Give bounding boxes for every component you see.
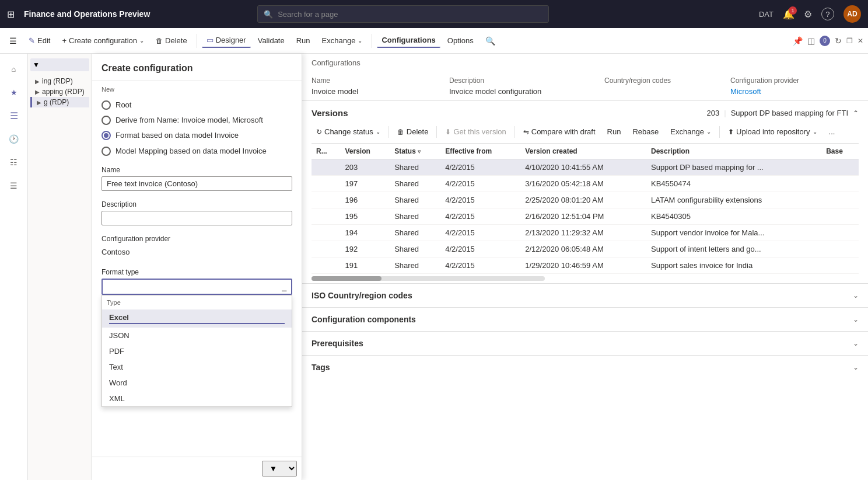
cell-created: 2/16/2020 12:51:04 PM (520, 208, 646, 225)
gear-icon[interactable]: ⚙ (804, 9, 812, 20)
dropdown-arrow-icon[interactable]: ⎯ (282, 282, 286, 291)
table-scrollbar[interactable] (312, 274, 859, 283)
help-icon[interactable]: ? (821, 8, 834, 20)
collapsible-section-3[interactable]: Tags ⌄ (302, 355, 868, 379)
dropdown-item-text-label: Text (109, 363, 123, 371)
table-row[interactable]: 192 Shared 4/2/2015 2/12/2020 06:05:48 A… (312, 241, 859, 258)
desc-col-header: Description (449, 76, 595, 85)
versions-table-scroll[interactable]: R... Version Status ▿ Effective from Ver… (312, 144, 859, 283)
search-bar[interactable]: 🔍 Search for a page (257, 5, 549, 23)
description-input[interactable] (102, 211, 292, 225)
radio-model-mapping[interactable]: Model Mapping based on data model Invoic… (102, 144, 292, 159)
edit-button[interactable]: ✎ Edit (24, 34, 55, 47)
compare-draft-button[interactable]: ⇋ Compare with draft (519, 125, 600, 138)
refresh-icon[interactable]: ↻ (835, 36, 842, 46)
validate-button[interactable]: Validate (253, 34, 289, 47)
dropdown-item-xml[interactable]: XML (102, 391, 292, 406)
table-row[interactable]: 195 Shared 4/2/2015 2/16/2020 12:51:04 P… (312, 208, 859, 225)
dropdown-item-text[interactable]: Text (102, 359, 292, 375)
configurations-tab[interactable]: Configurations (377, 33, 440, 48)
cell-status: Shared (390, 225, 440, 241)
format-type-select[interactable]: ▼ (262, 461, 297, 476)
collapsible-section-1[interactable]: Configuration components ⌄ (302, 307, 868, 331)
table-row[interactable]: 191 Shared 4/2/2015 1/29/2020 10:46:59 A… (312, 258, 859, 274)
dropdown-item-pdf[interactable]: PDF (102, 343, 292, 359)
menu-toggle-button[interactable]: ☰ (5, 34, 22, 48)
tree-item-1[interactable]: ▶ ing (RDP) (30, 76, 89, 86)
filter-icon[interactable]: ▼ (33, 61, 40, 69)
scrollbar-track[interactable] (312, 276, 545, 281)
more-button[interactable]: ... (824, 125, 840, 138)
cell-version: 195 (340, 208, 390, 225)
toggle-icon[interactable]: ◫ (807, 36, 815, 46)
table-row[interactable]: 197 Shared 4/2/2015 3/16/2020 05:42:18 A… (312, 176, 859, 192)
tree-item-3[interactable]: ▶ g (RDP) (30, 97, 89, 107)
scrollbar-thumb[interactable] (312, 276, 382, 281)
change-status-icon: ↻ (316, 128, 322, 136)
list-icon[interactable]: ☰ (4, 175, 24, 196)
col-version: Version (340, 144, 390, 159)
table-row[interactable]: 203 Shared 4/2/2015 4/10/2020 10:41:55 A… (312, 159, 859, 176)
maximize-icon[interactable]: ❐ (846, 37, 853, 45)
top-nav-bar: ⊞ Finance and Operations Preview 🔍 Searc… (0, 0, 868, 28)
close-icon[interactable]: ✕ (858, 37, 863, 45)
breadcrumb: Configurations (302, 54, 868, 72)
exchange-version-button[interactable]: Exchange ⌄ (666, 125, 716, 138)
format-type-input[interactable] (107, 282, 282, 291)
designer-button[interactable]: ▭ Designer (202, 33, 251, 48)
home-icon[interactable]: ⌂ (4, 58, 24, 79)
star-icon[interactable]: ★ (4, 82, 24, 103)
notification-count[interactable]: 0 (820, 36, 830, 46)
pin-icon[interactable]: 📌 (793, 36, 803, 46)
waffle-icon[interactable]: ⊞ (7, 9, 15, 20)
dropdown-item-json[interactable]: JSON (102, 328, 292, 343)
dropdown-item-word[interactable]: Word (102, 375, 292, 391)
cell-effective: 4/2/2015 (440, 159, 520, 176)
clock-icon[interactable]: 🕐 (4, 128, 24, 149)
col-effective: Effective from (440, 144, 520, 159)
status-filter-icon[interactable]: ▿ (418, 148, 421, 155)
name-label: Name (102, 166, 292, 174)
versions-section: Versions 203 | Support DP based mapping … (302, 101, 868, 283)
env-label: DAT (759, 10, 774, 19)
dropdown-input-wrap[interactable]: ⎯ (102, 279, 292, 295)
name-input[interactable] (102, 176, 292, 191)
options-tab[interactable]: Options (443, 34, 478, 47)
avatar[interactable]: AD (844, 5, 861, 23)
table-row[interactable]: 194 Shared 4/2/2015 2/13/2020 11:29:32 A… (312, 225, 859, 241)
col-r: R... (312, 144, 340, 159)
name-field: Name (92, 161, 302, 196)
get-version-button[interactable]: ⬇ Get this version (440, 125, 510, 138)
radio-root[interactable]: Root (102, 98, 292, 113)
notification-button[interactable]: 🔔 1 (783, 9, 794, 20)
search-cmd-icon[interactable]: 🔍 (485, 36, 495, 46)
radio-derive[interactable]: Derive from Name: Invoice model, Microso… (102, 113, 292, 128)
grid-icon[interactable]: ☷ (4, 152, 24, 173)
run-button[interactable]: Run (292, 34, 315, 47)
delete-button[interactable]: 🗑 Delete (151, 34, 192, 47)
col-created: Version created (520, 144, 646, 159)
format-type-label: Format type (102, 268, 292, 276)
exchange-button[interactable]: Exchange ⌄ (317, 34, 368, 47)
dropdown-item-excel[interactable]: Excel (102, 309, 292, 328)
cell-version: 191 (340, 258, 390, 274)
table-row[interactable]: 196 Shared 4/2/2015 2/25/2020 08:01:20 A… (312, 192, 859, 208)
radio-format[interactable]: Format based on data model Invoice (102, 128, 292, 143)
run-version-button[interactable]: Run (603, 125, 626, 138)
versions-table-header: R... Version Status ▿ Effective from Ver… (312, 144, 859, 159)
tree-item-2[interactable]: ▶ apping (RDP) (30, 86, 89, 97)
cell-effective: 4/2/2015 (440, 258, 520, 274)
upload-repository-button[interactable]: ⬆ Upload into repository ⌄ (723, 125, 821, 138)
versions-collapse-icon[interactable]: ⌃ (853, 109, 859, 117)
nav-list-icon[interactable]: ☰ (4, 105, 24, 126)
delete-version-button[interactable]: 🗑 Delete (393, 125, 433, 138)
create-config-button[interactable]: + Create configuration ⌄ (57, 34, 149, 47)
chevron-down-icon: ⌄ (139, 37, 144, 44)
rebase-button[interactable]: Rebase (628, 125, 663, 138)
collapsible-section-0[interactable]: ISO Country/region codes ⌄ (302, 283, 868, 307)
provider-col-value[interactable]: Microsoft (730, 87, 859, 96)
config-provider-field: Configuration provider Contoso (92, 230, 302, 263)
app-title: Finance and Operations Preview (24, 9, 150, 19)
collapsible-section-2[interactable]: Prerequisites ⌄ (302, 331, 868, 355)
change-status-button[interactable]: ↻ Change status ⌄ (312, 125, 385, 138)
